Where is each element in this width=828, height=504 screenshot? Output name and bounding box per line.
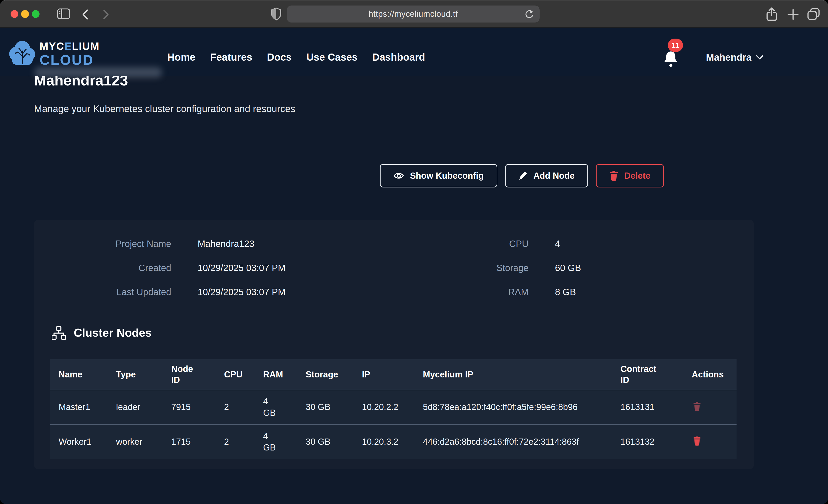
cluster-nodes-header: Cluster Nodes (52, 326, 152, 340)
add-node-label: Add Node (533, 171, 575, 181)
cluster-nodes-table: Name Type Node ID CPU RAM Storage IP Myc… (50, 359, 737, 459)
nav-links: Home Features Docs Use Cases Dashboard (167, 51, 425, 63)
cell-name: Worker1 (50, 424, 108, 459)
table-row-worker1: Worker1 worker 1715 2 4 GB 30 GB 10.20.3… (50, 424, 737, 459)
cell-storage: 30 GB (297, 390, 354, 424)
mycelium-cloud-brand[interactable]: MYCELIUM CLOUD (40, 41, 99, 67)
info-value-storage: 60 GB (529, 263, 754, 273)
delete-node-button[interactable] (692, 401, 702, 413)
col-header-storage: Storage (297, 359, 354, 390)
notifications-button[interactable]: 11 (663, 50, 693, 76)
tab-overview-icon[interactable] (807, 8, 820, 21)
nav-link-home[interactable]: Home (167, 51, 195, 63)
browser-window: Mahendra123 Manage your Kubernetes clust… (0, 0, 828, 504)
cell-name: Master1 (50, 390, 108, 424)
reload-icon[interactable] (524, 9, 534, 20)
network-hierarchy-icon (52, 326, 66, 340)
delete-cluster-button[interactable]: Delete (596, 164, 664, 187)
info-label-storage: Storage (379, 263, 529, 273)
cluster-nodes-title: Cluster Nodes (74, 326, 152, 339)
sidebar-toggle-icon[interactable] (57, 8, 70, 19)
pencil-icon (519, 171, 527, 180)
nav-link-docs[interactable]: Docs (267, 51, 292, 63)
cell-type: worker (108, 424, 163, 459)
brand-line2: CLOUD (40, 53, 99, 67)
col-header-contract-id: Contract ID (612, 359, 683, 390)
cell-cpu: 2 (215, 390, 255, 424)
cell-type: leader (108, 390, 163, 424)
cluster-actions-row: Show Kubeconfig Add Node Delete (380, 164, 664, 187)
col-header-ip: IP (354, 359, 414, 390)
info-label-project-name: Project Name (34, 239, 171, 249)
delete-node-button[interactable] (692, 435, 702, 448)
url-input[interactable] (321, 9, 505, 19)
cell-ram: 4 GB (255, 424, 297, 459)
eye-icon (394, 172, 404, 180)
trash-icon (693, 436, 701, 446)
show-kubeconfig-button[interactable]: Show Kubeconfig (380, 164, 497, 187)
back-button[interactable] (81, 9, 90, 20)
cell-cpu: 2 (215, 424, 255, 459)
cell-ram: 4 GB (255, 390, 297, 424)
col-header-ram: RAM (255, 359, 297, 390)
col-header-mycelium-ip: Mycelium IP (414, 359, 612, 390)
add-node-button[interactable]: Add Node (505, 164, 588, 187)
cell-ip: 10.20.2.2 (354, 390, 414, 424)
info-value-last-updated: 10/29/2025 03:07 PM (171, 287, 379, 297)
trash-icon (610, 171, 618, 181)
nav-link-dashboard[interactable]: Dashboard (372, 51, 425, 63)
privacy-shield-icon[interactable] (271, 7, 282, 21)
nav-link-use-cases[interactable]: Use Cases (306, 51, 358, 63)
trash-icon (693, 402, 701, 411)
page-subtitle: Manage your Kubernetes cluster configura… (34, 103, 295, 114)
delete-label: Delete (624, 171, 650, 181)
nav-link-features[interactable]: Features (210, 51, 252, 63)
col-header-name: Name (50, 359, 108, 390)
col-header-cpu: CPU (215, 359, 255, 390)
bell-icon (663, 50, 678, 68)
col-header-actions: Actions (683, 359, 737, 390)
chevron-down-icon (756, 55, 763, 60)
col-header-node-id: Node ID (163, 359, 215, 390)
sticky-nav-blur (35, 67, 162, 78)
cell-mycelium-ip: 446:d2a6:8bcd:8c16:ff0f:72e2:3114:863f (414, 424, 612, 459)
cell-contract-id: 1613132 (612, 424, 683, 459)
share-icon[interactable] (766, 7, 778, 22)
cell-actions (683, 390, 737, 424)
cell-actions (683, 424, 737, 459)
cell-ip: 10.20.3.2 (354, 424, 414, 459)
show-kubeconfig-label: Show Kubeconfig (410, 171, 484, 181)
new-tab-icon[interactable] (787, 9, 799, 20)
info-value-cpu: 4 (529, 239, 754, 249)
info-value-ram: 8 GB (529, 287, 754, 297)
cell-contract-id: 1613131 (612, 390, 683, 424)
zoom-window-button[interactable] (32, 10, 40, 18)
cluster-details-card: Project Name Mahendra123 CPU 4 Created 1… (34, 220, 754, 469)
mycelium-cloud-logo-icon[interactable] (8, 40, 36, 66)
address-bar[interactable] (287, 5, 540, 23)
minimize-window-button[interactable] (21, 10, 29, 18)
notification-badge: 11 (668, 39, 683, 52)
table-header-row: Name Type Node ID CPU RAM Storage IP Myc… (50, 359, 737, 390)
browser-toolbar (0, 0, 828, 28)
cell-storage: 30 GB (297, 424, 354, 459)
info-value-project-name: Mahendra123 (171, 239, 379, 249)
user-name: Mahendra (706, 52, 751, 63)
cell-node-id: 7915 (163, 390, 215, 424)
brand-line1: MYCELIUM (40, 41, 99, 51)
table-row-master1: Master1 leader 7915 2 4 GB 30 GB 10.20.2… (50, 390, 737, 424)
close-window-button[interactable] (10, 10, 18, 18)
info-label-ram: RAM (379, 287, 529, 297)
cell-node-id: 1715 (163, 424, 215, 459)
col-header-type: Type (108, 359, 163, 390)
cell-mycelium-ip: 5d8:78ea:a120:f40c:ff0f:a5fe:99e6:8b96 (414, 390, 612, 424)
info-label-cpu: CPU (379, 239, 529, 249)
user-menu[interactable]: Mahendra (706, 52, 763, 63)
info-label-created: Created (34, 263, 171, 273)
info-value-created: 10/29/2025 03:07 PM (171, 263, 379, 273)
info-label-last-updated: Last Updated (34, 287, 171, 297)
cluster-info-grid: Project Name Mahendra123 CPU 4 Created 1… (34, 232, 754, 304)
forward-button[interactable] (101, 9, 110, 20)
